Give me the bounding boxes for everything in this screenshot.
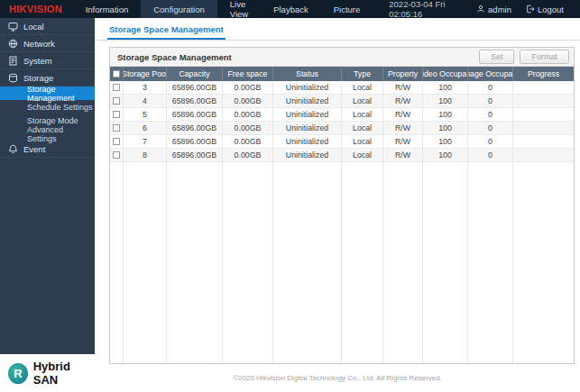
sidebar-item-local[interactable]: Local [0, 18, 95, 35]
sidebar-item-label: Storage [23, 73, 53, 83]
cell-progress [513, 81, 574, 94]
table-row[interactable]: 4 65896.00GB 0.00GB Uninitialized Local … [110, 95, 574, 108]
cell-storage-pool: 8 [124, 149, 167, 161]
hybrid-san-logo-text: Hybrid SAN [33, 360, 95, 387]
select-all-checkbox[interactable] [113, 70, 120, 77]
cell-image-occupancy: 0 [468, 122, 513, 134]
cell-capacity: 65896.00GB [167, 135, 223, 148]
nav-live-view[interactable]: Live View [217, 0, 261, 18]
table-row[interactable]: 8 65896.00GB 0.00GB Uninitialized Local … [110, 149, 574, 162]
table-row[interactable]: 5 65896.00GB 0.00GB Uninitialized Local … [110, 108, 574, 122]
sidebar-item-system[interactable]: System [0, 52, 95, 69]
sidebar-item-network[interactable]: Network [0, 35, 95, 52]
cell-status: Uninitialized [273, 81, 342, 94]
cell-type: Local [342, 135, 383, 148]
disk-icon [8, 73, 18, 83]
table-header-row: Storage Pool Capacity Free space Status … [110, 67, 574, 81]
row-checkbox[interactable] [113, 124, 120, 132]
sidebar-item-label: Event [23, 144, 45, 154]
cell-free-space: 0.00GB [223, 135, 273, 148]
cell-video-occupancy: 100 [423, 108, 468, 121]
cell-type: Local [342, 149, 383, 161]
bell-icon [8, 144, 18, 154]
cell-image-occupancy: 0 [468, 135, 513, 148]
cell-status: Uninitialized [273, 95, 342, 107]
cell-progress [513, 135, 574, 148]
storage-pool-table: Storage Pool Capacity Free space Status … [110, 67, 574, 363]
sidebar-item-event[interactable]: Event [0, 141, 95, 158]
row-checkbox[interactable] [113, 138, 120, 145]
nav-information[interactable]: Information [73, 0, 142, 18]
set-button[interactable]: Set [479, 50, 515, 64]
nav-label: Playback [273, 5, 308, 14]
sidebar-item-label: Network [23, 39, 55, 49]
cell-property: R/W [383, 149, 423, 161]
nav-playback[interactable]: Playback [261, 0, 321, 18]
cell-progress [513, 95, 574, 107]
nav-label: Configuration [153, 5, 205, 14]
nav-label: Information [86, 5, 129, 14]
sidebar-item-schedule-settings[interactable]: Schedule Settings [0, 100, 95, 114]
table-row[interactable]: 7 65896.00GB 0.00GB Uninitialized Local … [110, 135, 574, 149]
cell-image-occupancy: 0 [468, 81, 513, 94]
col-type: Type [342, 67, 383, 81]
cell-status: Uninitialized [273, 108, 342, 121]
storage-space-panel: Storage Space Management Set Format Stor… [109, 47, 575, 364]
cell-video-occupancy: 100 [423, 81, 468, 94]
cell-video-occupancy: 100 [423, 122, 468, 134]
topbar: HIKVISION Information Configuration Live… [0, 0, 580, 18]
cell-progress [513, 108, 574, 121]
cell-free-space: 0.00GB [223, 122, 273, 134]
table-row[interactable]: 6 65896.00GB 0.00GB Uninitialized Local … [110, 122, 574, 135]
hikvision-logo: HIKVISION [0, 0, 73, 18]
cell-image-occupancy: 0 [468, 108, 513, 121]
sidebar-spacer [0, 158, 95, 354]
main-nav: Information Configuration Live View Play… [73, 0, 373, 18]
nav-picture[interactable]: Picture [321, 0, 373, 18]
monitor-icon [8, 22, 18, 32]
cell-capacity: 65896.00GB [167, 108, 223, 121]
nav-configuration[interactable]: Configuration [141, 0, 217, 18]
topbar-right: admin Logout [471, 0, 580, 18]
cell-free-space: 0.00GB [223, 108, 273, 121]
col-progress: Progress [513, 67, 574, 81]
sidebar-item-advanced-settings[interactable]: Advanced Settings [0, 127, 95, 141]
globe-icon [8, 39, 18, 49]
table-empty-grid [110, 162, 574, 363]
cell-storage-pool: 5 [124, 108, 167, 121]
row-checkbox[interactable] [113, 84, 120, 91]
col-storage-pool: Storage Pool [124, 67, 167, 81]
cell-capacity: 65896.00GB [167, 95, 223, 107]
col-image-occupancy: Image Occupa... [468, 67, 513, 81]
row-checkbox[interactable] [113, 97, 120, 105]
col-property: Property [383, 67, 423, 81]
nav-label: Live View [230, 0, 248, 19]
hybrid-san-logo-icon: R [8, 363, 28, 384]
logout-button[interactable]: Logout [520, 5, 569, 14]
cell-free-space: 0.00GB [223, 95, 273, 107]
cell-status: Uninitialized [273, 135, 342, 148]
logout-label: Logout [538, 5, 564, 14]
panel-header: Storage Space Management Set Format [110, 48, 574, 67]
main-area: Storage Space Management Storage Space M… [95, 18, 580, 392]
panel-title: Storage Space Management [117, 52, 232, 62]
row-checkbox[interactable] [113, 111, 120, 118]
sidebar: Local Network System Storage Storage Man… [0, 18, 95, 392]
col-free-space: Free space [223, 67, 273, 81]
tabbar: Storage Space Management [95, 18, 580, 41]
table-row[interactable]: 3 65896.00GB 0.00GB Uninitialized Local … [110, 81, 574, 95]
tab-storage-space-management[interactable]: Storage Space Management [107, 24, 226, 40]
sidebar-item-storage-management[interactable]: Storage Management [0, 87, 95, 100]
row-checkbox[interactable] [113, 151, 120, 159]
cell-property: R/W [383, 122, 423, 134]
cell-storage-pool: 7 [124, 135, 167, 148]
format-button[interactable]: Format [520, 50, 569, 64]
nav-label: Picture [334, 5, 361, 14]
user-menu[interactable]: admin [471, 5, 517, 14]
cell-capacity: 65896.00GB [167, 149, 223, 161]
cell-storage-pool: 4 [124, 95, 167, 107]
cell-type: Local [342, 81, 383, 94]
brand-area: R Hybrid SAN [0, 354, 95, 392]
cell-video-occupancy: 100 [423, 135, 468, 148]
cell-storage-pool: 3 [124, 81, 167, 94]
